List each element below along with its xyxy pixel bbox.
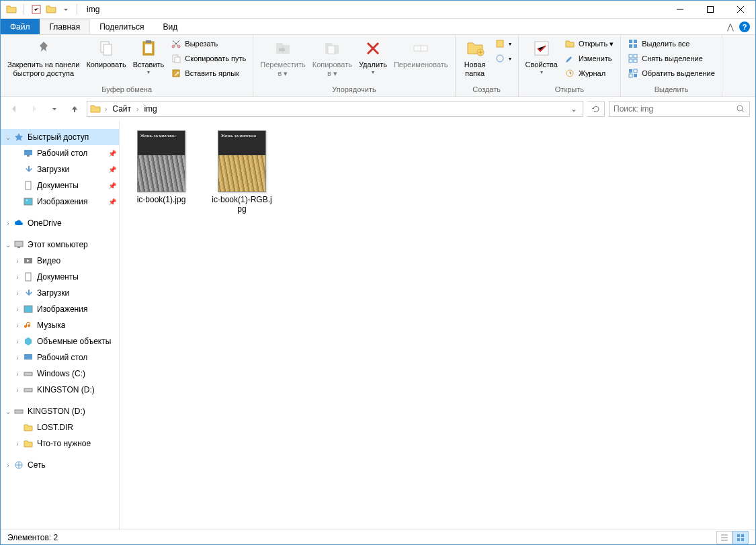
tree-quick-access[interactable]: ⌄Быстрый доступ: [1, 129, 119, 145]
tree-downloads[interactable]: Загрузки📌: [1, 161, 119, 177]
svg-rect-47: [737, 534, 740, 537]
qat-dropdown-icon[interactable]: [59, 3, 73, 16]
tree-something[interactable]: ›Что-то нужное: [1, 435, 119, 452]
breadcrumb-sep-icon[interactable]: ›: [103, 106, 108, 113]
tab-home[interactable]: Главная: [40, 19, 91, 34]
tree-3d-objects[interactable]: ›Объемные объекты: [1, 333, 119, 349]
address-row: › Сайт › img ⌄: [1, 97, 755, 121]
copy-button[interactable]: Копировать: [83, 36, 128, 71]
svg-rect-24: [634, 54, 637, 58]
svg-rect-19: [629, 40, 632, 43]
move-to-button[interactable]: Переместить в ▾: [257, 36, 308, 79]
svg-rect-12: [328, 46, 335, 54]
svg-rect-37: [15, 241, 23, 247]
refresh-button[interactable]: [587, 101, 605, 117]
close-button[interactable]: [725, 1, 755, 18]
svg-rect-35: [24, 198, 32, 205]
svg-rect-41: [24, 306, 32, 312]
star-icon: [13, 132, 25, 142]
tree-kingston-d[interactable]: ›KINGSTON (D:): [1, 382, 119, 398]
address-bar[interactable]: › Сайт › img ⌄: [87, 101, 583, 117]
file-item[interactable]: Жизнь за миллион ic-book(1)-RGB.jpg: [210, 130, 274, 214]
svg-rect-23: [629, 54, 632, 58]
new-folder-icon[interactable]: [44, 3, 58, 16]
cut-button[interactable]: Вырезать: [168, 36, 249, 51]
breadcrumb-current[interactable]: img: [142, 104, 158, 114]
delete-button[interactable]: Удалить ▾: [356, 36, 390, 77]
pin-quick-access-button[interactable]: Закрепить на панели быстрого доступа: [5, 36, 82, 79]
copy-path-button[interactable]: Скопировать путь: [168, 51, 249, 66]
file-item[interactable]: Жизнь за миллион ic-book(1).jpg: [129, 130, 194, 204]
content-pane[interactable]: Жизнь за миллион ic-book(1).jpg Жизнь за…: [120, 121, 755, 530]
title-bar: img: [1, 1, 755, 19]
ribbon-tabs: Файл Главная Поделиться Вид ⋀ ?: [1, 19, 755, 35]
new-item-button[interactable]: ▾: [492, 36, 514, 51]
tab-view[interactable]: Вид: [153, 19, 187, 34]
easy-access-button[interactable]: ▾: [492, 51, 514, 66]
tree-windows-c[interactable]: ›Windows (C:): [1, 366, 119, 382]
tree-desktop2[interactable]: ›Рабочий стол: [1, 349, 119, 366]
tree-videos[interactable]: ›Видео: [1, 253, 119, 269]
thumbnails-view-button[interactable]: [732, 531, 749, 544]
maximize-button[interactable]: [695, 1, 725, 18]
search-input[interactable]: [614, 104, 736, 114]
search-box[interactable]: [609, 101, 750, 117]
tree-lost-dir[interactable]: LOST.DIR: [1, 419, 119, 435]
forward-button[interactable]: [26, 101, 42, 117]
history-button[interactable]: Журнал: [562, 66, 616, 81]
svg-rect-22: [634, 44, 637, 48]
svg-rect-32: [24, 150, 32, 155]
svg-rect-49: [737, 538, 740, 541]
tree-network[interactable]: ›Сеть: [1, 457, 119, 473]
edit-button[interactable]: Изменить: [562, 51, 616, 66]
tree-pictures[interactable]: Изображения📌: [1, 194, 119, 210]
folder-icon[interactable]: [5, 3, 18, 16]
address-dropdown-icon[interactable]: ⌄: [568, 104, 580, 114]
rename-button[interactable]: Переименовать: [391, 36, 451, 71]
svg-rect-26: [634, 59, 637, 62]
ribbon-collapse-icon[interactable]: ⋀: [727, 22, 734, 32]
search-icon[interactable]: [736, 104, 745, 114]
open-button[interactable]: Открыть ▾: [562, 36, 616, 51]
tree-documents[interactable]: Документы📌: [1, 177, 119, 194]
tree-kingston-d2[interactable]: ⌄KINGSTON (D:): [1, 403, 119, 419]
tree-music[interactable]: ›Музыка: [1, 317, 119, 333]
tree-downloads2[interactable]: ›Загрузки: [1, 285, 119, 301]
pin-icon: 📌: [108, 198, 116, 206]
back-button[interactable]: [6, 101, 22, 117]
select-all-button[interactable]: Выделить все: [625, 36, 718, 51]
tree-documents2[interactable]: ›Документы: [1, 269, 119, 285]
folder-icon: [22, 438, 34, 449]
select-none-button[interactable]: Снять выделение: [625, 51, 718, 66]
tree-pictures2[interactable]: ›Изображения: [1, 301, 119, 317]
paste-shortcut-button[interactable]: Вставить ярлык: [168, 66, 249, 81]
up-button[interactable]: [67, 101, 83, 117]
copy-icon: [95, 38, 117, 59]
tree-onedrive[interactable]: ›OneDrive: [1, 215, 119, 231]
ribbon-group-select: Выделить все Снять выделение Обратить вы…: [621, 35, 722, 96]
help-icon[interactable]: ?: [739, 22, 750, 32]
tree-desktop[interactable]: Рабочий стол📌: [1, 145, 119, 161]
tab-file[interactable]: Файл: [1, 19, 40, 34]
breadcrumb-sep-icon[interactable]: ›: [135, 106, 140, 113]
recent-dropdown-icon[interactable]: [46, 101, 62, 117]
tab-share[interactable]: Поделиться: [90, 19, 153, 34]
move-to-icon: [272, 38, 294, 59]
tree-this-pc[interactable]: ⌄Этот компьютер: [1, 237, 119, 253]
breadcrumb-root[interactable]: Сайт: [111, 104, 132, 114]
properties-icon[interactable]: [30, 3, 43, 16]
invert-selection-button[interactable]: Обратить выделение: [625, 66, 718, 81]
svg-rect-45: [15, 410, 23, 413]
file-name: ic-book(1).jpg: [137, 195, 186, 204]
pin-icon: 📌: [108, 150, 116, 157]
copy-to-button[interactable]: Копировать в ▾: [310, 36, 355, 79]
properties-button[interactable]: Свойства ▾: [523, 36, 560, 77]
window-title: img: [87, 5, 99, 14]
music-icon: [22, 320, 34, 331]
paste-button[interactable]: Вставить ▾: [130, 36, 167, 77]
details-view-button[interactable]: [716, 531, 732, 544]
new-folder-button[interactable]: Новая папка: [460, 36, 491, 79]
svg-rect-33: [27, 155, 30, 157]
minimize-button[interactable]: [665, 1, 695, 18]
quick-access-toolbar: [1, 3, 73, 16]
